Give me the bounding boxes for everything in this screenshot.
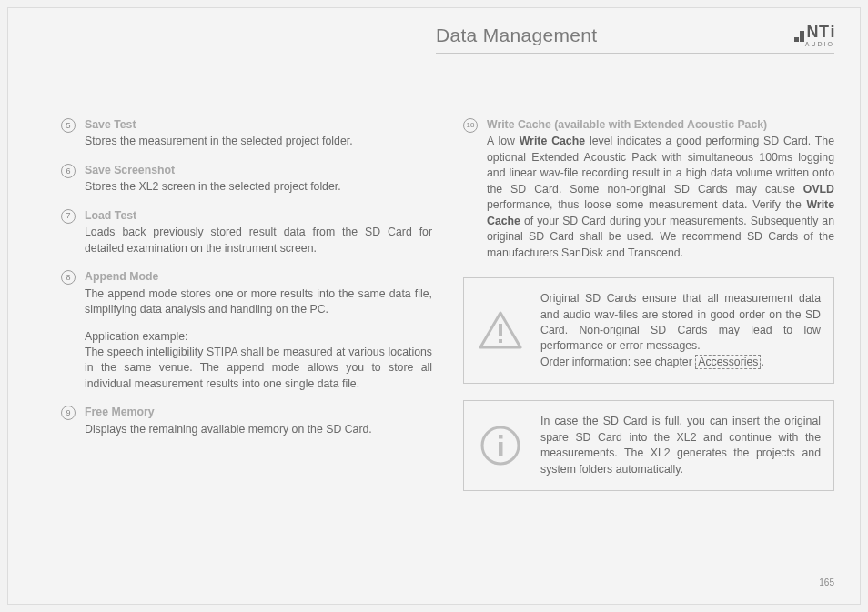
page-number: 165 (819, 577, 834, 587)
svg-rect-3 (499, 435, 503, 439)
svg-rect-4 (499, 442, 503, 456)
warning-text: Original SD Cards ensure that all measur… (540, 291, 821, 370)
list-item: 6 Save Screenshot Stores the XL2 screen … (61, 163, 432, 196)
content-columns: 5 Save Test Stores the measurement in th… (61, 117, 834, 560)
info-text: In case the SD Card is full, you can ins… (540, 414, 821, 477)
example-body: The speech intelligibility STIPA shall b… (85, 345, 432, 392)
bold-text: OVLD (803, 183, 834, 196)
text: Original SD Cards ensure that all measur… (540, 292, 821, 352)
item-body: The append mode stores one or more resul… (85, 286, 432, 318)
warning-icon (475, 291, 526, 370)
brand-logo: N T i AUDIO (794, 23, 834, 47)
text: Order information: see chapter (540, 356, 695, 368)
item-heading: Save Screenshot (85, 163, 341, 178)
logo-letter: N (806, 23, 818, 42)
text: performance, thus loose some measurement… (487, 198, 806, 211)
item-heading: Free Memory (85, 405, 372, 420)
item-body: Stores the XL2 screen in the selected pr… (85, 179, 341, 195)
list-item: 7 Load Test Loads back previously stored… (61, 208, 432, 256)
svg-rect-1 (499, 339, 502, 343)
step-number-icon: 8 (61, 270, 76, 285)
page-frame: Data Management N T i AUDIO 5 Save Test … (7, 7, 861, 605)
step-number-icon: 10 (463, 118, 478, 133)
list-item: 10 Write Cache (available with Extended … (463, 117, 834, 261)
logo-bar-icon (800, 31, 804, 42)
svg-rect-0 (499, 324, 502, 336)
item-body: Stores the measurement in the selected p… (85, 134, 353, 149)
list-item: 9 Free Memory Displays the remaining ava… (61, 405, 432, 437)
warning-box: Original SD Cards ensure that all measur… (463, 277, 834, 384)
link-reference[interactable]: Accessories (695, 355, 761, 369)
item-body: Displays the remaining available memory … (85, 422, 372, 437)
step-number-icon: 7 (61, 209, 76, 224)
step-number-icon: 9 (61, 406, 76, 420)
logo-letter: i (830, 23, 834, 42)
brand-sub: AUDIO (805, 41, 834, 47)
item-body: A low Write Cache level indicates a good… (487, 134, 834, 261)
logo-letter: T (819, 23, 829, 42)
item-heading: Save Test (85, 117, 353, 133)
text: of your SD Card during your measurements… (487, 215, 834, 259)
item-body: Loads back previously stored result data… (85, 225, 432, 256)
right-column: 10 Write Cache (available with Extended … (463, 117, 834, 560)
logo-bar-icon (794, 37, 799, 42)
example-heading: Application example: (85, 329, 432, 345)
text: A low (487, 135, 520, 147)
info-box: In case the SD Card is full, you can ins… (463, 400, 834, 491)
info-icon (475, 414, 526, 477)
item-heading: Load Test (85, 208, 432, 224)
left-column: 5 Save Test Stores the measurement in th… (61, 117, 432, 560)
list-item: 5 Save Test Stores the measurement in th… (61, 117, 432, 150)
page-header: Data Management N T i AUDIO (436, 23, 834, 54)
item-heading: Append Mode (85, 269, 432, 285)
step-number-icon: 6 (61, 164, 76, 178)
bold-text: Write Cache (520, 135, 585, 147)
item-heading: Write Cache (available with Extended Aco… (487, 117, 834, 133)
step-number-icon: 5 (61, 118, 76, 133)
list-item: 8 Append Mode The append mode stores one… (61, 269, 432, 392)
page-title: Data Management (436, 25, 597, 46)
